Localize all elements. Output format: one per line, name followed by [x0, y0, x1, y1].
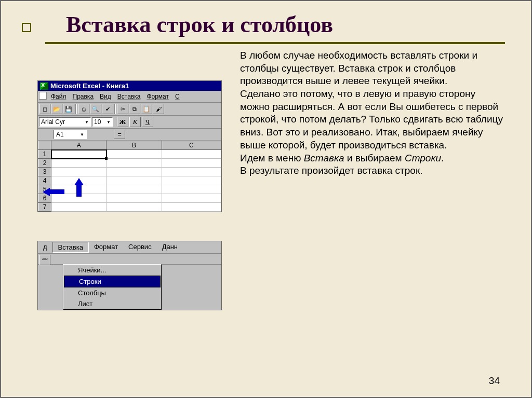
toolbar-strip: ᴬᴮᶜ: [38, 254, 221, 265]
preview-button[interactable]: 🔍: [90, 104, 101, 114]
cell[interactable]: [107, 185, 162, 194]
save-button[interactable]: 💾: [63, 104, 74, 114]
row-header-4[interactable]: 4: [38, 176, 51, 185]
row-header-3[interactable]: 3: [38, 168, 51, 176]
select-all-corner[interactable]: [38, 141, 51, 150]
spell-button[interactable]: ✔: [102, 104, 113, 114]
cell[interactable]: [107, 150, 162, 159]
font-name-combo[interactable]: Arial Cyr▼: [39, 117, 91, 127]
col-header-b[interactable]: B: [107, 141, 162, 150]
insert-dropdown-menu: Ячейки... Строки Столбцы Лист: [63, 264, 162, 310]
cell[interactable]: [107, 194, 162, 203]
menu-item-cells[interactable]: Ячейки...: [63, 265, 161, 276]
menu-cut[interactable]: С: [172, 92, 183, 101]
menu-bar: Файл Правка Вид Вставка Формат С: [38, 91, 221, 103]
cell[interactable]: [162, 150, 221, 159]
window-title: Microsoft Excel - Книга1: [50, 82, 129, 90]
cell[interactable]: [107, 203, 162, 212]
arrow-left-indicator: [43, 187, 69, 195]
formatting-toolbar: Arial Cyr▼ 10▼ Ж К Ч: [38, 116, 221, 129]
title-bullet-square: [22, 23, 31, 32]
menu-item-sheet[interactable]: Лист: [63, 298, 161, 309]
cell[interactable]: [51, 203, 107, 212]
row-header-2[interactable]: 2: [38, 159, 51, 168]
cell[interactable]: [51, 168, 107, 176]
cell[interactable]: [162, 203, 221, 212]
cell-a1[interactable]: [51, 150, 107, 159]
print-button[interactable]: ⎙: [78, 104, 89, 114]
equals-button[interactable]: =: [114, 130, 125, 139]
cell[interactable]: [162, 185, 221, 194]
cell[interactable]: [107, 168, 162, 176]
cell[interactable]: [162, 194, 221, 203]
fill-handle[interactable]: [105, 157, 108, 160]
font-size-combo[interactable]: 10▼: [92, 117, 113, 127]
left-column: Microsoft Excel - Книга1 Файл Правка Вид…: [27, 80, 224, 310]
standard-toolbar: ◻ 📂 💾 ⎙ 🔍 ✔ ✂ ⧉ 📋 🖌: [38, 103, 221, 116]
paragraph-3: В результате произойдет вставка строк.: [240, 164, 505, 177]
menu-bar-2: д Вставка Формат Сервис Данн: [38, 241, 221, 254]
slide-title: Вставка строк и столбцов: [66, 11, 505, 38]
title-block: Вставка строк и столбцов: [45, 11, 505, 44]
cell[interactable]: [162, 159, 221, 168]
excel-app-icon: [40, 83, 48, 90]
underline-button[interactable]: Ч: [142, 117, 153, 127]
formula-bar: A1▼ =: [38, 129, 221, 141]
abc-button[interactable]: ᴬᴮᶜ: [39, 255, 50, 265]
name-box[interactable]: A1▼: [54, 130, 87, 139]
menu-edit[interactable]: Правка: [70, 92, 97, 101]
document-icon: [39, 92, 47, 100]
menu-view[interactable]: Вид: [97, 92, 114, 101]
menu-format[interactable]: Формат: [143, 92, 172, 101]
menu-insert[interactable]: Вставка: [114, 92, 144, 101]
cell[interactable]: [162, 168, 221, 176]
row-header-7[interactable]: 7: [38, 203, 51, 212]
menu-format-2[interactable]: Формат: [89, 242, 123, 253]
menu-data[interactable]: Данн: [157, 242, 183, 253]
paragraph-2: Идем в меню Вставка и выбираем Строки.: [240, 152, 505, 165]
paragraph-1: В любом случае необходимость вставлять с…: [240, 49, 505, 152]
copy-button[interactable]: ⧉: [129, 104, 140, 114]
title-bar: Microsoft Excel - Книга1: [38, 81, 221, 91]
menu-file[interactable]: Файл: [48, 92, 70, 101]
page-number: 34: [489, 375, 500, 387]
cell[interactable]: [162, 176, 221, 185]
menu-service[interactable]: Сервис: [123, 242, 157, 253]
insert-menu-screenshot: д Вставка Формат Сервис Данн ᴬᴮᶜ Ячейки.…: [37, 241, 222, 310]
content-area: Microsoft Excel - Книга1 Файл Правка Вид…: [27, 80, 505, 310]
cell[interactable]: [107, 159, 162, 168]
menu-item-rows-highlighted[interactable]: Строки: [64, 276, 161, 287]
bold-button[interactable]: Ж: [117, 117, 128, 127]
open-button[interactable]: 📂: [51, 104, 62, 114]
paste-button[interactable]: 📋: [141, 104, 152, 114]
menu-insert-active[interactable]: Вставка: [52, 242, 89, 253]
arrow-up-indicator: [69, 178, 89, 195]
new-button[interactable]: ◻: [39, 104, 50, 114]
menu-partial: д: [38, 242, 52, 253]
body-text-column: В любом случае необходимость вставлять с…: [240, 49, 505, 310]
cell[interactable]: [107, 176, 162, 185]
italic-button[interactable]: К: [129, 117, 141, 127]
cell[interactable]: [51, 159, 107, 168]
cut-button[interactable]: ✂: [117, 104, 128, 114]
row-header-1[interactable]: 1: [38, 150, 51, 159]
format-painter-button[interactable]: 🖌: [153, 104, 164, 114]
col-header-c[interactable]: C: [162, 141, 221, 150]
worksheet-grid[interactable]: A B C 1 2 3 4 5 6 7: [38, 141, 221, 212]
col-header-a[interactable]: A: [51, 141, 107, 150]
menu-item-columns[interactable]: Столбцы: [63, 287, 161, 298]
